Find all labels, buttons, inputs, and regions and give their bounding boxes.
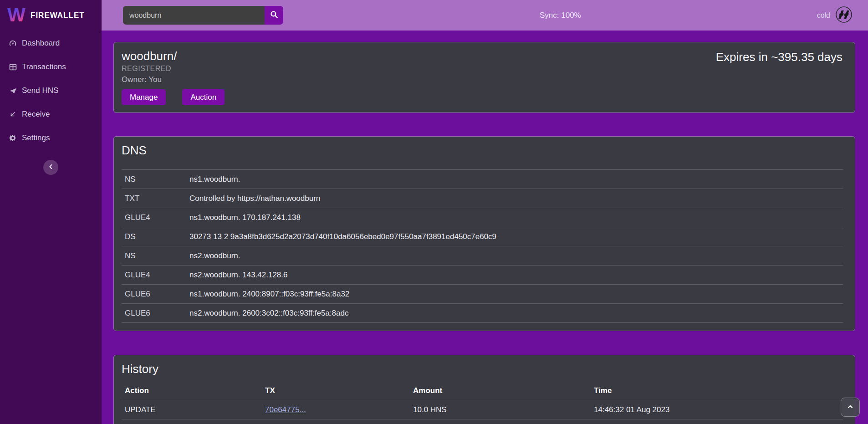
search-button[interactable]	[265, 6, 283, 25]
history-action: RENEW	[122, 419, 262, 424]
receive-arrow-icon	[9, 110, 17, 118]
gear-icon	[9, 134, 17, 142]
dns-record-value: ns1.woodburn. 2400:8907::f03c:93ff:fe5a:…	[186, 285, 843, 304]
domain-status: REGISTERED	[122, 65, 843, 73]
dns-title: DNS	[122, 143, 843, 158]
sidebar-item-send-hns[interactable]: Send HNS	[0, 79, 102, 102]
search-group	[123, 6, 283, 25]
dns-record-type: NS	[122, 170, 186, 189]
dns-record-row: NSns2.woodburn.	[122, 246, 843, 266]
history-column-header: Action	[122, 382, 262, 400]
table-icon	[9, 63, 17, 71]
history-row: RENEW47bd5e...10.0 HNS15:45:36 07 Jul 20…	[122, 419, 843, 424]
manage-button[interactable]: Manage	[122, 89, 166, 105]
sidebar-item-transactions[interactable]: Transactions	[0, 55, 102, 79]
history-time: 15:45:36 07 Jul 2023	[591, 419, 843, 424]
history-table-body: UPDATE70e64775...10.0 HNS14:46:32 01 Aug…	[122, 400, 843, 424]
chevron-left-icon	[48, 163, 54, 171]
dns-record-row: GLUE6ns2.woodburn. 2600:3c02::f03c:93ff:…	[122, 304, 843, 323]
dns-record-value: ns2.woodburn. 143.42.128.6	[186, 266, 843, 285]
history-card: History ActionTXAmountTime UPDATE70e6477…	[113, 355, 855, 424]
history-table: ActionTXAmountTime UPDATE70e64775...10.0…	[122, 382, 843, 424]
dns-table: NSns1.woodburn.TXTControlled by https://…	[122, 169, 843, 323]
sidebar-collapse-button[interactable]	[43, 160, 58, 175]
dns-record-value: ns1.woodburn. 170.187.241.138	[186, 208, 843, 227]
hns-logo-icon[interactable]	[835, 6, 853, 25]
sidebar-item-label: Dashboard	[22, 39, 60, 48]
dns-record-type: DS	[122, 227, 186, 246]
sidebar-nav: Dashboard Transactions Send HNS	[0, 31, 102, 150]
history-column-header: Time	[591, 382, 843, 400]
scroll-top-button[interactable]	[841, 398, 860, 417]
history-tx: 70e64775...	[262, 400, 410, 419]
dns-record-type: GLUE4	[122, 266, 186, 285]
history-amount: 10.0 HNS	[410, 419, 591, 424]
wallet-zone: cold	[817, 0, 853, 31]
dns-record-value: ns2.woodburn.	[186, 246, 843, 266]
app-logo: W FIREWALLET	[0, 0, 102, 31]
search-input[interactable]	[123, 6, 265, 25]
dns-record-row: NSns1.woodburn.	[122, 170, 843, 189]
auction-button[interactable]: Auction	[182, 89, 225, 105]
dns-table-body: NSns1.woodburn.TXTControlled by https://…	[122, 170, 843, 323]
tx-link[interactable]: 70e64775...	[265, 405, 306, 414]
search-icon	[270, 10, 278, 20]
history-action: UPDATE	[122, 400, 262, 419]
dns-record-row: GLUE6ns1.woodburn. 2400:8907::f03c:93ff:…	[122, 285, 843, 304]
svg-text:W: W	[7, 4, 26, 25]
history-header-row: ActionTXAmountTime	[122, 382, 843, 400]
history-tx: 47bd5e...	[262, 419, 410, 424]
dns-record-value: 30273 13 2 9a3a8fb3d625d2a2073d740f10da6…	[186, 227, 843, 246]
sidebar-item-dashboard[interactable]: Dashboard	[0, 31, 102, 55]
dns-record-type: NS	[122, 246, 186, 266]
tachometer-icon	[9, 39, 17, 47]
history-column-header: Amount	[410, 382, 591, 400]
sync-status: Sync: 100%	[540, 0, 581, 31]
history-title: History	[122, 362, 843, 376]
dns-record-value: ns1.woodburn.	[186, 170, 843, 189]
sidebar-item-label: Receive	[22, 110, 50, 119]
domain-owner: Owner: You	[122, 75, 843, 84]
dns-record-type: GLUE6	[122, 285, 186, 304]
dns-record-row: GLUE4ns1.woodburn. 170.187.241.138	[122, 208, 843, 227]
firewallet-logo-icon: W	[6, 4, 26, 27]
main-content: woodburn/ REGISTERED Owner: You Manage A…	[102, 31, 868, 424]
app-title: FIREWALLET	[31, 11, 85, 20]
history-amount: 10.0 HNS	[410, 400, 591, 419]
history-time: 14:46:32 01 Aug 2023	[591, 400, 843, 419]
topbar: Sync: 100% cold	[102, 0, 868, 31]
sidebar-item-settings[interactable]: Settings	[0, 126, 102, 150]
sidebar: W FIREWALLET Dashboard Transacti	[0, 0, 102, 424]
dns-record-row: TXTControlled by https://nathan.woodburn	[122, 189, 843, 208]
sidebar-item-label: Transactions	[22, 62, 66, 72]
dns-record-type: GLUE4	[122, 208, 186, 227]
dns-card: DNS NSns1.woodburn.TXTControlled by http…	[113, 136, 855, 331]
dns-record-value: ns2.woodburn. 2600:3c02::f03c:93ff:fe5a:…	[186, 304, 843, 323]
chevron-up-icon	[847, 403, 854, 412]
send-icon	[9, 87, 17, 95]
dns-record-value: Controlled by https://nathan.woodburn	[186, 189, 843, 208]
history-row: UPDATE70e64775...10.0 HNS14:46:32 01 Aug…	[122, 400, 843, 419]
dns-record-row: GLUE4ns2.woodburn. 143.42.128.6	[122, 266, 843, 285]
domain-card: woodburn/ REGISTERED Owner: You Manage A…	[113, 42, 855, 113]
history-column-header: TX	[262, 382, 410, 400]
dns-record-type: GLUE6	[122, 304, 186, 323]
sidebar-item-label: Settings	[22, 133, 50, 143]
wallet-name: cold	[817, 11, 830, 20]
dns-record-type: TXT	[122, 189, 186, 208]
sidebar-item-receive[interactable]: Receive	[0, 102, 102, 126]
sidebar-item-label: Send HNS	[22, 86, 58, 95]
dns-record-row: DS30273 13 2 9a3a8fb3d625d2a2073d740f10d…	[122, 227, 843, 246]
domain-expiry: Expires in ~395.35 days	[716, 50, 842, 64]
